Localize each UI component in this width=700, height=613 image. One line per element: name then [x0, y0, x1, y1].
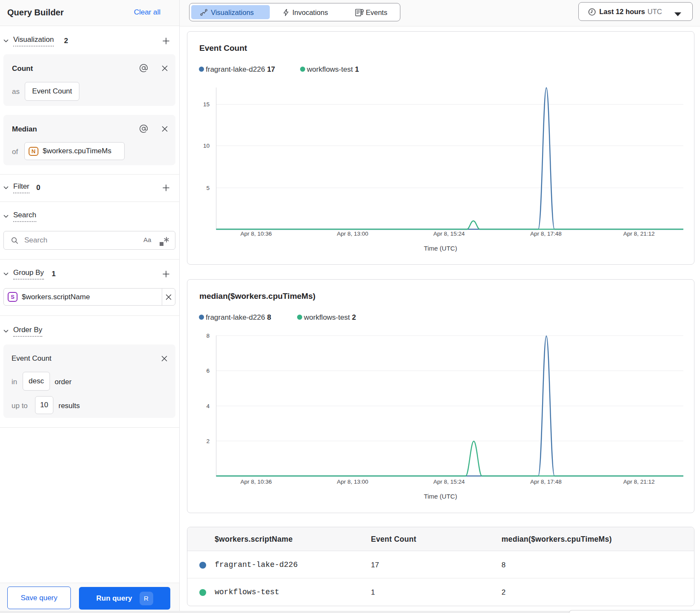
svg-text:Apr 8, 15:24: Apr 8, 15:24 [433, 231, 465, 237]
svg-text:6: 6 [206, 368, 210, 374]
svg-text:5: 5 [206, 185, 210, 191]
svg-text:2: 2 [206, 438, 210, 444]
svg-text:Apr 8, 13:00: Apr 8, 13:00 [337, 231, 368, 237]
svg-text:Apr 8, 17:48: Apr 8, 17:48 [530, 479, 562, 485]
svg-text:4: 4 [206, 403, 210, 409]
svg-text:Apr 8, 13:00: Apr 8, 13:00 [337, 479, 368, 485]
svg-text:15: 15 [203, 101, 210, 108]
svg-text:Apr 8, 21:12: Apr 8, 21:12 [623, 479, 655, 485]
svg-text:Apr 8, 17:48: Apr 8, 17:48 [530, 231, 562, 237]
svg-text:Apr 8, 10:36: Apr 8, 10:36 [240, 231, 272, 237]
svg-text:Apr 8, 15:24: Apr 8, 15:24 [433, 479, 465, 485]
svg-text:Apr 8, 21:12: Apr 8, 21:12 [623, 231, 655, 237]
svg-text:Apr 8, 10:36: Apr 8, 10:36 [240, 479, 272, 485]
svg-text:8: 8 [206, 333, 210, 339]
svg-text:Time (UTC): Time (UTC) [424, 493, 457, 500]
svg-text:10: 10 [203, 143, 210, 149]
svg-text:Time (UTC): Time (UTC) [424, 245, 457, 252]
